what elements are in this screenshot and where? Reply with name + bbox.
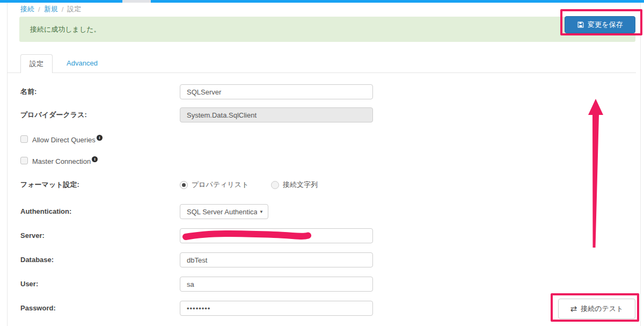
database-label: Database: — [20, 252, 54, 267]
server-label: Server: — [20, 228, 45, 243]
property-list-radio-label: プロパティリスト — [192, 180, 248, 190]
transfer-arrows-icon: ⇄ — [570, 304, 577, 314]
breadcrumb: 接続 / 新規 / 設定 — [20, 4, 81, 14]
property-list-radio[interactable] — [180, 181, 188, 189]
authentication-row: Authentication: SQL Server Authentica ▼ — [0, 204, 644, 219]
save-changes-button[interactable]: 変更を保存 — [565, 16, 635, 33]
connection-string-radio-label: 接続文字列 — [283, 180, 318, 190]
format-setting-row: フォーマット設定: プロパティリスト 接続文字列 — [0, 179, 644, 190]
connection-settings-page: 接続 / 新規 / 設定 接続に成功しました。 変更を保存 設定 Advance… — [0, 0, 644, 326]
provider-class-label: プロバイダークラス: — [20, 107, 87, 122]
database-row: Database: — [0, 252, 644, 267]
info-icon[interactable]: i — [92, 156, 98, 162]
success-alert: 接続に成功しました。 — [19, 17, 635, 42]
info-icon[interactable]: i — [97, 135, 103, 141]
test-connection-button[interactable]: ⇄ 接続のテスト — [558, 299, 635, 319]
allow-direct-queries-checkbox[interactable] — [20, 135, 28, 143]
allow-direct-queries-row: Allow Direct Queriesi — [20, 135, 103, 143]
password-row: Password: — [0, 301, 644, 316]
name-input[interactable] — [180, 84, 373, 99]
master-connection-checkbox[interactable] — [20, 157, 28, 164]
server-row: Server: — [0, 228, 644, 243]
test-connection-label: 接続のテスト — [581, 304, 623, 314]
save-changes-label: 変更を保存 — [588, 20, 623, 30]
breadcrumb-separator: / — [62, 5, 64, 13]
database-input[interactable] — [180, 252, 373, 267]
breadcrumb-separator: / — [38, 5, 40, 13]
user-row: User: — [0, 277, 644, 292]
breadcrumb-link-connections[interactable]: 接続 — [20, 4, 34, 14]
top-edge-bar-segment — [122, 0, 151, 3]
breadcrumb-link-new[interactable]: 新規 — [44, 4, 58, 14]
tab-settings[interactable]: 設定 — [20, 54, 53, 73]
top-edge-bar — [0, 0, 644, 3]
master-connection-label: Master Connectioni — [32, 156, 98, 165]
breadcrumb-current-settings: 設定 — [67, 4, 81, 14]
format-option-connection-string[interactable]: 接続文字列 — [271, 179, 318, 190]
password-input[interactable] — [180, 301, 373, 316]
user-label: User: — [20, 277, 38, 292]
name-label: 名前: — [20, 84, 36, 99]
connection-string-radio[interactable] — [271, 181, 279, 189]
allow-direct-queries-label: Allow Direct Queriesi — [32, 135, 103, 144]
provider-class-row: プロバイダークラス: — [0, 107, 644, 122]
name-row: 名前: — [0, 84, 644, 99]
server-input[interactable] — [180, 228, 373, 243]
provider-class-input — [180, 107, 373, 122]
authentication-selected-value: SQL Server Authentica — [187, 208, 257, 216]
master-connection-row: Master Connectioni — [20, 156, 98, 165]
chevron-down-icon: ▼ — [259, 209, 264, 214]
tab-advanced[interactable]: Advanced — [60, 54, 104, 73]
authentication-label: Authentication: — [20, 204, 71, 219]
user-input[interactable] — [180, 277, 373, 292]
format-setting-label: フォーマット設定: — [20, 179, 79, 190]
success-alert-message: 接続に成功しました。 — [30, 17, 101, 42]
authentication-select[interactable]: SQL Server Authentica ▼ — [180, 204, 268, 219]
save-icon — [577, 21, 584, 28]
password-label: Password: — [20, 301, 56, 316]
format-option-property-list[interactable]: プロパティリスト — [180, 179, 248, 190]
